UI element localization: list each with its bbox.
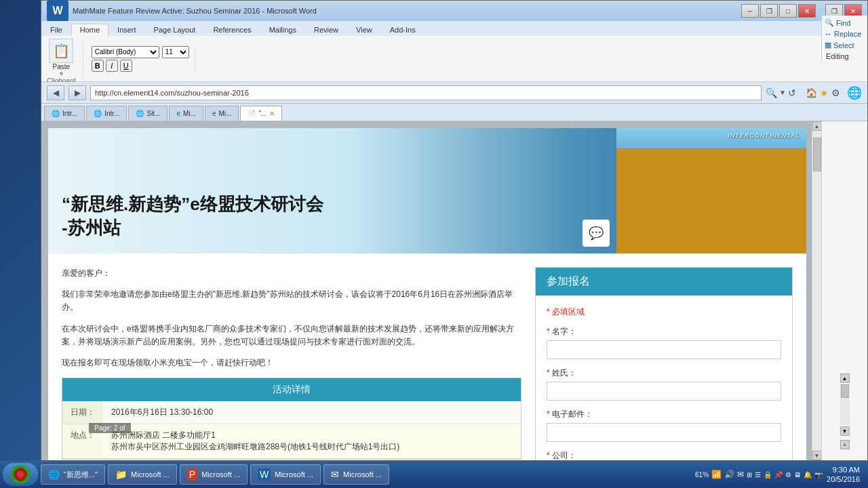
refresh-icon[interactable]: ↺ [788,87,796,98]
back-button[interactable]: ◀ [47,85,64,100]
restore-button[interactable]: ❐ [760,4,778,18]
editing-panel: 🔍 Find ↔ Replace ▦ Select Editing [821,16,867,62]
company-label: * 公司： [547,450,781,460]
activity-date-value: 2016年6月16日 13:30-16:00 [103,401,521,424]
tab-view[interactable]: View [347,24,381,36]
scroll-down-button[interactable]: ▼ [812,451,822,460]
tray-icon-2: ☰ [755,471,761,479]
taskbar-item-ie[interactable]: 🌐 "新思维..." [41,464,105,485]
browser-tab-0[interactable]: 🌐 Intr... [44,106,85,121]
browser-tab-2[interactable]: 🌐 Sit... [128,106,167,121]
taskbar-ppt-icon: P [187,468,197,481]
banner-text: “新思维.新趋势”e络盟技术研讨会 -苏州站 [62,193,323,240]
start-button[interactable] [3,463,38,486]
font-family-select[interactable]: Calibri (Body) [92,46,159,58]
side-scroll-thumb[interactable] [841,384,849,398]
intro-greeting: 亲爱的客户： [62,267,521,280]
email-req: * [547,409,552,419]
find-icon: 🔍 [825,18,834,27]
underline-button[interactable]: U [120,60,132,72]
vertical-scrollbar: ▲ ▼ [812,121,821,460]
banner-building: // Can't do script inside content, using… [616,128,806,253]
taskbar-outlook-label: Microsoft ... [343,470,382,479]
side-panel: ▲ ▼ + [821,121,867,460]
location-line2: 苏州市吴中区苏州工业园区金鸡湖畔旺墩路288号(地铁1号线时代广场站1号出口) [111,441,513,453]
tab-close-5[interactable]: ✕ [269,110,275,117]
taskbar-item-ppt[interactable]: P Microsoft ... [180,464,248,485]
taskbar-word-icon: W [258,468,271,481]
clock-area: 9:30 AM 20/5/2016 [827,465,860,485]
chat-icon[interactable]: 💬 [583,220,610,247]
paste-button[interactable]: 📋 Paste ▼ [49,39,73,77]
address-box[interactable]: http://cn.element14.com/suzhou-seminar-2… [90,85,762,100]
replace-button[interactable]: ↔ Replace [825,30,865,38]
tab-label-1: Intr... [104,110,119,117]
home-icon[interactable]: 🏠 [806,87,817,98]
browser-tab-4[interactable]: e Mi... [205,106,239,121]
scroll-thumb[interactable] [813,138,821,171]
form-group-company: * 公司： [547,450,781,460]
tab-label-2: Sit... [146,110,160,117]
find-button[interactable]: 🔍 Find [825,18,865,27]
word-app-icon: W [47,0,68,22]
tab-file[interactable]: File [41,24,71,36]
browser-tab-5[interactable]: 📄 "... ✕ [240,106,282,121]
scroll-track[interactable] [813,131,821,451]
address-bar-area: ◀ ▶ http://cn.element14.com/suzhou-semin… [41,82,867,104]
network-icon: 📶 [711,470,722,479]
forward-button[interactable]: ▶ [68,85,86,100]
minimize-button[interactable]: ─ [741,4,759,18]
search-icon[interactable]: 🔍 [766,87,777,98]
settings-icon[interactable]: ⚙ [831,87,840,98]
tab-addins[interactable]: Add-Ins [381,24,425,36]
maximize-button[interactable]: □ [779,4,797,18]
title-bar-left: W MathMate Feature Review Active: Suzhou… [47,0,317,22]
date-display: 20/5/2016 [827,474,860,484]
tab-references[interactable]: References [204,24,260,36]
name-input[interactable] [547,340,781,359]
close-button[interactable]: ✕ [798,4,816,18]
page-indicator-text: Page: 2 of [94,424,125,432]
surname-input[interactable] [547,382,781,401]
email-input[interactable] [547,423,781,442]
taskbar-folder-label: Microsoft ... [131,470,170,479]
replace-icon: ↔ [825,30,832,38]
font-group: Calibri (Body) 11 B I U [92,46,195,72]
name-req: * [547,327,552,336]
reg-header: 参加报名 [536,268,792,296]
tab-review[interactable]: Review [305,24,347,36]
clipboard-group: 📋 Paste ▼ Clipboard [47,39,83,79]
building-windows-grid [620,152,803,253]
form-group-surname: * 姓氏： [547,367,781,401]
select-button[interactable]: ▦ Select [825,41,865,49]
paste-icon: 📋 [49,39,73,63]
dropdown-icon[interactable]: ▼ [779,89,786,96]
italic-button[interactable]: I [106,60,118,72]
tab-page-layout[interactable]: Page Layout [145,24,205,36]
tab-favicon-0: 🌐 [52,110,60,117]
select-icon: ▦ [825,41,831,49]
tab-home[interactable]: Home [71,24,108,36]
find-label: Find [836,19,850,27]
tab-mailings[interactable]: Mailings [260,24,305,36]
favorites-icon[interactable]: ★ [820,87,829,98]
tabs-bar: 🌐 Intr... 🌐 Intr... 🌐 Sit... e Mi... e M… [41,104,867,121]
side-scroll-up[interactable]: ▲ [840,373,850,383]
tab-insert[interactable]: Insert [108,24,145,36]
taskbar-item-folder[interactable]: 📁 Microsoft ... [108,464,177,485]
side-zoom-in[interactable]: + [840,440,850,449]
tray-icon-6: 🖥 [794,471,801,479]
browser-tab-1[interactable]: 🌐 Intr... [86,106,127,121]
taskbar-item-outlook[interactable]: ✉ Microsoft ... [323,464,389,485]
font-size-select[interactable]: 11 [162,46,189,58]
left-section: 亲爱的客户： 我们非常荣幸地邀请您参加由e络盟主办的"新思维.新趋势"苏州站的技… [62,267,535,460]
scroll-up-button[interactable]: ▲ [812,121,822,131]
side-scroll-down[interactable]: ▼ [840,426,850,436]
mail-icon: ✉ [737,470,744,479]
surname-label: * 姓氏： [547,367,781,379]
web-page: “新思维.新趋势”e络盟技术研讨会 -苏州站 // Can't do scrip… [48,128,806,460]
taskbar-item-word[interactable]: W Microsoft ... [250,464,321,485]
browser-tab-3[interactable]: e Mi... [169,106,203,121]
bold-button[interactable]: B [92,60,104,72]
taskbar-ie-label: "新思维..." [64,470,98,480]
